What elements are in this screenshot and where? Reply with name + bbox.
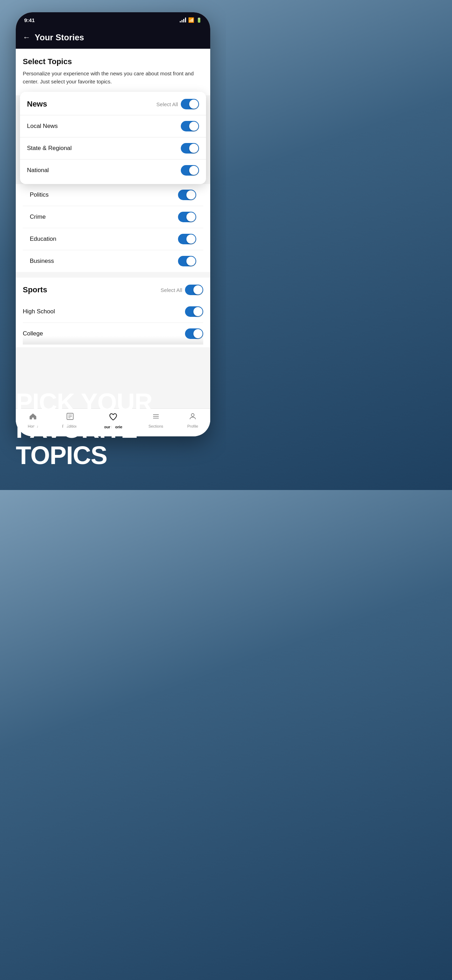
- svg-point-7: [191, 414, 194, 417]
- politics-row: Politics: [23, 184, 203, 206]
- big-text-line1: PICK YOUR: [16, 390, 153, 416]
- business-label: Business: [30, 258, 54, 265]
- wifi-icon: 📶: [188, 17, 194, 23]
- national-toggle[interactable]: [181, 165, 199, 176]
- phone-frame: 9:41 📶 🔋 ← Your Stories Select Topics Pe…: [16, 12, 210, 436]
- sports-section-header: Sports Select All: [23, 278, 203, 301]
- national-label: National: [27, 167, 49, 174]
- news-section-title: News: [27, 100, 47, 109]
- battery-icon: 🔋: [196, 18, 202, 23]
- list-icon: [152, 412, 160, 423]
- signal-icon: [180, 18, 186, 22]
- business-row: Business: [23, 250, 203, 272]
- news-select-all-label: Select All: [156, 101, 178, 107]
- news-section-header: News Select All: [20, 92, 206, 115]
- politics-toggle[interactable]: [178, 189, 196, 200]
- more-topics-section: Politics Crime Education Business: [16, 184, 210, 272]
- business-toggle[interactable]: [178, 256, 196, 266]
- local-news-toggle[interactable]: [181, 121, 199, 131]
- scroll-area[interactable]: Select Topics Personalize your experienc…: [16, 49, 210, 414]
- high-school-row: High School: [23, 301, 203, 323]
- back-button[interactable]: ←: [23, 33, 30, 42]
- college-toggle[interactable]: [185, 328, 203, 339]
- select-topics-section: Select Topics Personalize your experienc…: [16, 49, 210, 95]
- state-regional-row: State & Regional: [20, 137, 206, 159]
- select-topics-title: Select Topics: [23, 57, 203, 66]
- nav-item-profile[interactable]: Profile: [187, 412, 198, 428]
- crime-label: Crime: [30, 213, 46, 221]
- status-icons: 📶 🔋: [180, 17, 202, 23]
- education-label: Education: [30, 235, 56, 243]
- big-text: PICK YOUR FAVORITE TOPICS: [16, 390, 153, 469]
- page-title: Your Stories: [35, 33, 84, 42]
- profile-label: Profile: [187, 424, 198, 428]
- status-bar: 9:41 📶 🔋: [16, 12, 210, 28]
- news-select-all-group: Select All: [156, 99, 199, 109]
- big-text-line3: TOPICS: [16, 442, 153, 469]
- big-text-line2: FAVORITE: [16, 416, 153, 443]
- person-icon: [188, 412, 197, 423]
- state-regional-label: State & Regional: [27, 145, 72, 152]
- local-news-row: Local News: [20, 115, 206, 137]
- education-toggle[interactable]: [178, 234, 196, 244]
- national-row: National: [20, 159, 206, 181]
- local-news-label: Local News: [27, 123, 58, 130]
- status-time: 9:41: [24, 17, 35, 23]
- app-header: ← Your Stories: [16, 28, 210, 49]
- sports-select-all-group: Select All: [161, 285, 203, 295]
- state-regional-toggle[interactable]: [181, 143, 199, 154]
- crime-row: Crime: [23, 206, 203, 228]
- crime-toggle[interactable]: [178, 212, 196, 222]
- college-label: College: [23, 330, 43, 337]
- high-school-label: High School: [23, 308, 55, 315]
- college-row: College: [23, 323, 203, 345]
- politics-label: Politics: [30, 191, 49, 198]
- education-row: Education: [23, 228, 203, 250]
- news-select-all-toggle[interactable]: [181, 99, 199, 109]
- sports-select-all-label: Select All: [161, 287, 182, 293]
- sports-section: Sports Select All High School College: [16, 278, 210, 347]
- high-school-toggle[interactable]: [185, 306, 203, 317]
- sports-select-all-toggle[interactable]: [185, 285, 203, 295]
- sports-section-title: Sports: [23, 285, 47, 294]
- news-card: News Select All Local News State & Regio…: [20, 92, 206, 184]
- select-topics-description: Personalize your experience with the new…: [23, 70, 203, 86]
